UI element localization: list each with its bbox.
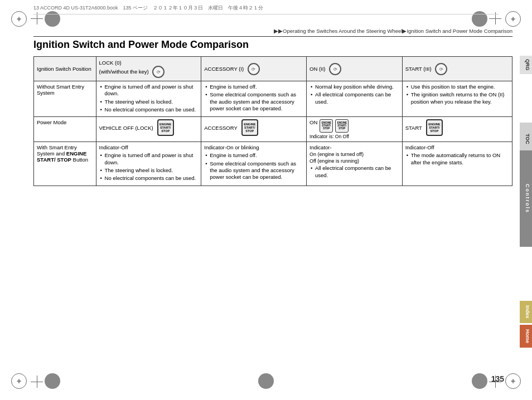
table-row-3: With Smart Entry System and ENGINE START… xyxy=(34,142,512,186)
main-content: Ignition Switch and Power Mode Compariso… xyxy=(33,39,512,372)
row2-on: ON ENGINESTART/STOP ENGINESTART/STOP Ind… xyxy=(307,117,403,142)
row3-lock: Indicator-Off Engine is turned off and p… xyxy=(96,142,201,186)
row1-accessory: Engine is turned off. Some electrical co… xyxy=(201,81,307,117)
header-lock: LOCK (0) (with/without the key) ⟳ xyxy=(96,57,201,81)
row3-accessory: Indicator-On or blinking Engine is turne… xyxy=(201,142,307,186)
row2-start: START ENGINESTART/STOP xyxy=(402,117,512,142)
sidebar-label-controls: Controls xyxy=(520,150,532,247)
row-label-2: Power Mode xyxy=(34,117,96,142)
file-info-bar: 13 ACCORD 4D US-31T2A6000.book 135 ページ ２… xyxy=(33,4,499,14)
bottom-circle-right xyxy=(472,373,487,389)
engine-btn-accessory: ENGINESTART/STOP xyxy=(241,119,258,136)
row2-lock: VEHICLE OFF (LOCK) ENGINESTART/STOP xyxy=(96,117,201,142)
corner-decoration-br xyxy=(505,373,521,389)
header-accessory: ACCESSORY (I) ⟳ xyxy=(201,57,307,81)
row-label-3: With Smart Entry System and ENGINE START… xyxy=(34,142,96,186)
row-label-1: Without Smart Entry System xyxy=(34,81,96,117)
corner-decoration-bl xyxy=(11,373,27,389)
bottom-circle-left xyxy=(45,373,60,389)
row3-start: Indicator-Off The mode automatically ret… xyxy=(402,142,512,186)
header-start: START (III) ⟳ xyxy=(402,57,512,81)
row1-on: Normal key position while driving. All e… xyxy=(307,81,403,117)
bottom-circle-center xyxy=(258,373,274,389)
table-row-2: Power Mode VEHICLE OFF (LOCK) ENGINESTAR… xyxy=(34,117,512,142)
sidebar-tab-qrg[interactable]: QRG xyxy=(520,56,532,74)
table-row-1: Without Smart Entry System Engine is tur… xyxy=(34,81,512,117)
header-on: ON (II) ⟳ xyxy=(307,57,403,81)
sidebar-tab-index[interactable]: Index xyxy=(520,301,532,323)
breadcrumb: ▶▶Operating the Switches Around the Stee… xyxy=(33,28,512,37)
engine-btn-on2: ENGINESTART/STOP xyxy=(335,119,349,133)
header-position: Ignition Switch Position xyxy=(34,57,96,81)
row1-start: Use this position to start the engine. T… xyxy=(402,81,512,117)
comparison-table: Ignition Switch Position LOCK (0) (with/… xyxy=(33,56,512,186)
engine-btn-start: ENGINESTART/STOP xyxy=(426,119,443,136)
engine-btn-lock: ENGINESTART/STOP xyxy=(157,119,174,136)
corner-decoration-tr xyxy=(505,11,521,27)
engine-btn-on1: ENGINESTART/STOP xyxy=(320,119,333,133)
page-title: Ignition Switch and Power Mode Compariso… xyxy=(33,39,512,51)
row2-accessory: ACCESSORY ENGINESTART/STOP xyxy=(201,117,307,142)
row3-on: Indicator- On (engine is turned off) Off… xyxy=(307,142,403,186)
right-sidebar: QRG xyxy=(520,56,532,74)
page-number: 135 xyxy=(491,374,504,383)
crosshair-bl xyxy=(31,375,43,388)
sidebar-tab-home[interactable]: Home xyxy=(520,325,532,348)
row1-lock: Engine is turned off and power is shut d… xyxy=(96,81,201,117)
corner-decoration-tl xyxy=(11,11,27,27)
